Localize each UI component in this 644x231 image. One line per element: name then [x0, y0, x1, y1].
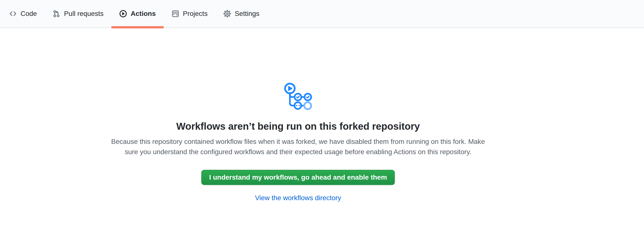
tab-label: Projects — [183, 0, 208, 28]
repo-tab-bar: Code Pull requests Actions Projects — [0, 0, 644, 28]
tab-code[interactable]: Code — [1, 0, 45, 28]
description-line-1: Because this repository contained workfl… — [111, 137, 485, 147]
blankslate-description: Because this repository contained workfl… — [111, 137, 485, 157]
tab-pull-requests[interactable]: Pull requests — [45, 0, 112, 28]
tab-label: Actions — [131, 0, 156, 28]
tab-label: Settings — [235, 0, 260, 28]
play-circle-icon — [119, 10, 127, 18]
view-workflows-directory-link[interactable]: View the workflows directory — [255, 193, 341, 203]
blankslate-title: Workflows aren’t being run on this forke… — [176, 120, 420, 132]
git-pull-request-icon — [52, 10, 60, 18]
tab-projects[interactable]: Projects — [164, 0, 216, 28]
code-icon — [9, 10, 17, 18]
tab-settings[interactable]: Settings — [216, 0, 267, 28]
actions-blankslate: Workflows aren’t being run on this forke… — [0, 28, 596, 203]
description-line-2: sure you understand the configured workf… — [111, 147, 485, 157]
tab-label: Pull requests — [64, 0, 104, 28]
tab-actions[interactable]: Actions — [112, 0, 164, 28]
project-icon — [172, 10, 179, 18]
gear-icon — [223, 10, 231, 18]
enable-workflows-button[interactable]: I understand my workflows, go ahead and … — [201, 170, 395, 185]
workflow-graph-icon — [284, 83, 312, 110]
tab-label: Code — [20, 0, 37, 28]
